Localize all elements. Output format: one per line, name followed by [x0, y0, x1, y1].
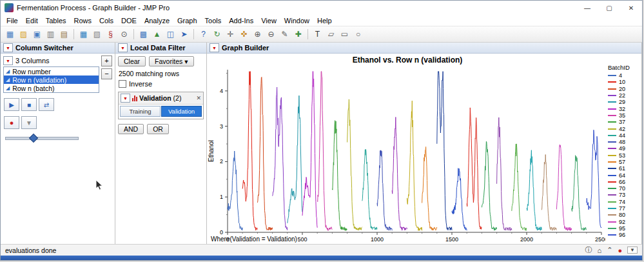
legend-item[interactable]: 42: [608, 125, 641, 132]
column-switcher-item[interactable]: ◢Row number: [4, 67, 99, 76]
menu-analyze[interactable]: Analyze: [141, 16, 173, 25]
text-annotate-icon[interactable]: T: [311, 28, 324, 41]
query-icon[interactable]: ◫: [164, 28, 177, 41]
minimize-button[interactable]: —: [576, 1, 598, 15]
report-icon[interactable]: ▩: [137, 28, 150, 41]
open-icon[interactable]: ▨: [17, 28, 30, 41]
legend-item[interactable]: 35: [608, 112, 641, 119]
menu-addins[interactable]: Add-Ins: [225, 16, 257, 25]
validation-red-triangle-icon[interactable]: ▼: [121, 94, 130, 103]
menu-help[interactable]: Help: [313, 16, 336, 25]
clear-button[interactable]: Clear: [118, 56, 146, 66]
selection-arrow-icon[interactable]: ➤: [178, 28, 190, 41]
legend-item[interactable]: 49: [608, 145, 641, 152]
stop-button[interactable]: ■: [21, 98, 37, 111]
menu-rows[interactable]: Rows: [70, 16, 96, 25]
slider-thumb[interactable]: [29, 134, 38, 143]
status-bar: evaluations done ⓘ ⌂ ⌃ ● ▼: [1, 244, 642, 256]
menu-file[interactable]: File: [3, 16, 22, 25]
legend-item[interactable]: 29: [608, 99, 641, 105]
filter-level-validation[interactable]: Validation: [161, 106, 202, 117]
legend-item[interactable]: 20: [608, 86, 641, 92]
status-dropdown[interactable]: ▼: [627, 247, 638, 254]
refresh-icon[interactable]: ↻: [211, 28, 223, 41]
help-icon[interactable]: ?: [197, 28, 210, 41]
filter-red-triangle-icon[interactable]: ▼: [118, 43, 128, 52]
zoom-in-icon[interactable]: ⊕: [251, 28, 264, 41]
menu-edit[interactable]: Edit: [22, 16, 42, 25]
graph-red-triangle-icon[interactable]: ▼: [210, 43, 219, 52]
legend-swatch: [608, 148, 616, 149]
copy-icon[interactable]: ▥: [44, 28, 57, 41]
legend-item[interactable]: 10: [608, 79, 641, 85]
record-button[interactable]: ●: [4, 116, 19, 129]
save-icon[interactable]: ▣: [31, 28, 43, 41]
legend-item[interactable]: 61: [608, 165, 641, 172]
loop-button[interactable]: ⇄: [39, 98, 54, 111]
info-icon[interactable]: ⓘ: [585, 245, 592, 255]
menu-window[interactable]: Window: [280, 16, 313, 25]
plus-icon[interactable]: ✚: [292, 28, 304, 41]
legend-label: 42: [619, 126, 625, 132]
menu-cols[interactable]: Cols: [95, 16, 117, 25]
search-icon[interactable]: ⊙: [118, 28, 130, 41]
where-clause: Where(Validation = Validation): [207, 235, 641, 244]
favorites-button[interactable]: Favorites ▾: [149, 56, 193, 66]
menu-graph[interactable]: Graph: [173, 16, 201, 25]
and-button[interactable]: AND: [118, 124, 144, 134]
red-triangle-menu-icon[interactable]: ▼: [3, 43, 13, 52]
close-button[interactable]: ✕: [620, 1, 642, 15]
legend-label: 74: [619, 199, 625, 205]
legend-item[interactable]: 80: [608, 212, 641, 218]
add-column-button[interactable]: +: [101, 55, 112, 66]
legend-item[interactable]: 77: [608, 205, 641, 212]
maximize-button[interactable]: ▢: [598, 1, 620, 15]
script-icon[interactable]: §: [104, 28, 117, 41]
caret-up-icon[interactable]: ⌃: [607, 246, 612, 254]
rectangle-icon[interactable]: ▭: [338, 28, 351, 41]
legend-item[interactable]: 37: [608, 119, 641, 125]
data-table-icon[interactable]: ▦: [77, 28, 90, 41]
legend-item[interactable]: 66: [608, 179, 641, 185]
oval-icon[interactable]: ○: [352, 28, 364, 41]
inverse-checkbox[interactable]: [119, 80, 126, 88]
save-animation-button[interactable]: ▼: [21, 116, 37, 129]
legend-item[interactable]: 32: [608, 105, 641, 112]
polygon-icon[interactable]: ▱: [325, 28, 337, 41]
legend-item[interactable]: 64: [608, 172, 641, 178]
columns-red-triangle-icon[interactable]: ▼: [3, 56, 13, 65]
legend-item[interactable]: 22: [608, 92, 641, 99]
legend-item[interactable]: 70: [608, 185, 641, 192]
zoom-out-icon[interactable]: ⊖: [265, 28, 277, 41]
column-switcher-item[interactable]: ◢Row n (validation): [4, 76, 99, 84]
menu-tools[interactable]: Tools: [201, 16, 226, 25]
legend-item[interactable]: 48: [608, 139, 641, 145]
paste-icon[interactable]: ▤: [58, 28, 70, 41]
legend-item[interactable]: 73: [608, 192, 641, 198]
legend-item[interactable]: 44: [608, 132, 641, 139]
filter-level-training[interactable]: Training: [120, 106, 161, 117]
legend-item[interactable]: 92: [608, 219, 641, 225]
or-button[interactable]: OR: [147, 124, 169, 134]
ethanol-line-chart[interactable]: 0123405001000150020002500Row n (validati…: [207, 65, 608, 253]
menu-view[interactable]: View: [257, 16, 280, 25]
column-switcher-item[interactable]: ◢Row n (batch): [4, 84, 99, 92]
menu-doe[interactable]: DOE: [117, 16, 141, 25]
new-data-table-icon[interactable]: ▦: [4, 28, 16, 41]
graph-icon[interactable]: ▲: [151, 28, 163, 41]
legend-item[interactable]: 95: [608, 225, 641, 232]
play-button[interactable]: ▶: [4, 98, 19, 111]
legend-item[interactable]: 53: [608, 152, 641, 159]
speed-slider[interactable]: [5, 137, 79, 140]
hand-icon[interactable]: ✜: [238, 28, 250, 41]
remove-column-button[interactable]: −: [101, 68, 112, 79]
legend-item[interactable]: 4: [608, 72, 641, 79]
crosshair-icon[interactable]: ✛: [224, 28, 237, 41]
close-icon[interactable]: ✕: [196, 95, 201, 101]
journal-icon[interactable]: ▧: [91, 28, 103, 41]
menu-tables[interactable]: Tables: [42, 16, 70, 25]
home-icon[interactable]: ⌂: [598, 247, 602, 254]
legend-item[interactable]: 57: [608, 159, 641, 165]
pencil-icon[interactable]: ✎: [278, 28, 291, 41]
legend-item[interactable]: 74: [608, 199, 641, 205]
